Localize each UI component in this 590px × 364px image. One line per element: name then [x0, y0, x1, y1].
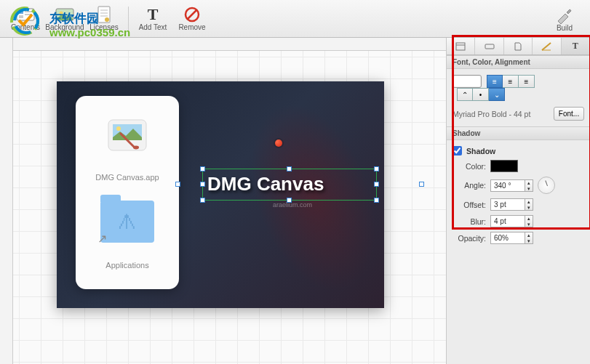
tab-ruler[interactable]: [533, 38, 561, 54]
add-text-icon: T: [143, 6, 163, 23]
svg-rect-1: [19, 11, 23, 14]
work-area: DMG Canvas.app ⩚ ↗ Applications DMG Canv…: [0, 38, 446, 364]
angle-dial[interactable]: [538, 177, 555, 194]
background-button[interactable]: Background: [45, 1, 84, 36]
applications-folder-icon[interactable]: ⩚ ↗: [100, 201, 154, 243]
resize-handle[interactable]: [287, 198, 292, 203]
font-picker-button[interactable]: Font...: [554, 107, 584, 121]
align-center-button[interactable]: ≡: [503, 75, 519, 88]
svg-rect-18: [456, 43, 465, 50]
offset-stepper[interactable]: [525, 198, 533, 211]
toolbar-label: Add Text: [139, 23, 167, 31]
tab-doc[interactable]: [504, 38, 533, 54]
tab-disk[interactable]: [475, 38, 503, 54]
text-color-well[interactable]: [453, 75, 482, 88]
valign-bottom-button[interactable]: ⌄: [489, 88, 505, 101]
valign-top-button[interactable]: ⌃: [457, 88, 473, 101]
contents-button[interactable]: Contents: [6, 1, 45, 36]
shadow-checkbox-label: Shadow: [466, 147, 495, 155]
resize-handle[interactable]: [419, 182, 424, 187]
resize-handle[interactable]: [200, 182, 205, 187]
ruler-horizontal: [0, 38, 446, 51]
svg-rect-2: [19, 15, 23, 18]
licenses-button[interactable]: Licenses: [84, 1, 124, 36]
inspector-tabs: T: [447, 38, 590, 55]
label-color: Color:: [453, 162, 490, 171]
toolbar-label: Remove: [178, 23, 205, 31]
licenses-icon: [94, 6, 114, 23]
red-handle-dot[interactable]: [275, 139, 282, 147]
resize-handle[interactable]: [374, 182, 379, 187]
svg-point-17: [133, 145, 139, 149]
section-header-shadow: Shadow: [447, 126, 590, 140]
app-label: DMG Canvas.app: [95, 173, 159, 182]
resize-handle[interactable]: [175, 182, 180, 187]
resize-handle[interactable]: [374, 166, 379, 171]
opacity-stepper[interactable]: [525, 232, 533, 244]
blur-field[interactable]: 4 pt: [490, 215, 525, 227]
opacity-field[interactable]: 60%: [490, 232, 525, 244]
svg-point-11: [105, 17, 109, 22]
build-button[interactable]: Build: [545, 1, 584, 36]
svg-line-13: [188, 10, 196, 19]
svg-rect-3: [25, 11, 32, 12]
shadow-checkbox[interactable]: [453, 146, 462, 155]
toolbar-label: Build: [557, 24, 573, 32]
contents-icon: [15, 6, 36, 23]
label-offset: Offset:: [453, 201, 490, 209]
ruler-vertical: [0, 38, 13, 364]
toolbar-label: Licenses: [89, 23, 118, 31]
angle-stepper[interactable]: [525, 179, 533, 192]
app-icon[interactable]: [104, 116, 151, 155]
inspector-panel: T Font, Color, Alignment ≡ ≡ ≡ ⌃ • ⌄ Myr…: [446, 38, 590, 364]
toolbar: Contents Background Licenses T Add Text …: [0, 0, 590, 38]
resize-handle[interactable]: [200, 198, 205, 203]
blur-stepper[interactable]: [525, 215, 533, 227]
valign-middle-button[interactable]: •: [473, 88, 489, 101]
resize-handle[interactable]: [374, 198, 379, 203]
design-canvas[interactable]: DMG Canvas.app ⩚ ↗ Applications DMG Canv…: [57, 81, 384, 308]
canvas-text: DMG Canvas: [203, 169, 376, 198]
resize-handle[interactable]: [287, 166, 292, 171]
resize-handle[interactable]: [200, 166, 205, 171]
svg-point-16: [116, 126, 121, 131]
remove-icon: [182, 6, 202, 23]
angle-field[interactable]: 340 °: [490, 179, 525, 192]
add-text-button[interactable]: T Add Text: [133, 1, 172, 36]
shadow-color-swatch[interactable]: [490, 160, 518, 172]
label-angle: Angle:: [453, 181, 490, 190]
selected-text-frame[interactable]: DMG Canvas araelium.com: [202, 169, 377, 201]
svg-rect-4: [25, 14, 32, 15]
folder-label: Applications: [105, 261, 148, 270]
label-blur: Blur:: [453, 217, 490, 226]
font-description: Myriad Pro Bold - 44 pt: [453, 110, 530, 118]
label-opacity: Opacity:: [453, 234, 490, 243]
remove-button[interactable]: Remove: [172, 1, 212, 36]
file-card: DMG Canvas.app ⩚ ↗ Applications: [76, 96, 179, 289]
background-icon: [55, 6, 75, 23]
offset-field[interactable]: 3 pt: [490, 198, 525, 211]
align-right-button[interactable]: ≡: [519, 75, 535, 88]
toolbar-label: Contents: [11, 23, 40, 31]
align-left-button[interactable]: ≡: [487, 75, 503, 88]
build-icon: [554, 7, 575, 24]
tab-window[interactable]: [447, 38, 475, 54]
tab-text[interactable]: T: [562, 38, 590, 54]
toolbar-label: Background: [45, 23, 84, 31]
section-header-font: Font, Color, Alignment: [447, 55, 590, 69]
canvas-subtext: araelium.com: [273, 201, 312, 209]
svg-rect-20: [485, 44, 494, 49]
